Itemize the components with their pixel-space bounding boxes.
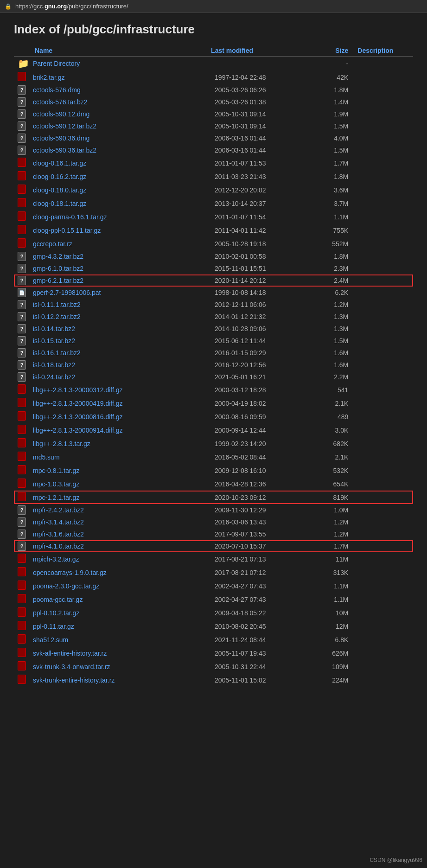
file-name-cell[interactable]: isl-0.12.2.tar.bz2 xyxy=(31,311,207,323)
col-header-description[interactable]: Description xyxy=(352,45,413,57)
file-link[interactable]: svk-trunk-3.4-onward.tar.rz xyxy=(33,663,110,670)
col-header-modified[interactable]: Last modified xyxy=(207,45,314,57)
file-link[interactable]: sha512.sum xyxy=(33,636,68,644)
file-link[interactable]: md5.sum xyxy=(33,453,60,461)
file-name-cell[interactable]: mpfr-3.1.4.tar.bz2 xyxy=(31,516,207,528)
file-name-cell[interactable]: pooma-2.3.0-gcc.tar.gz xyxy=(31,579,207,593)
file-link[interactable]: libg++-2.8.1.3-20000914.diff.gz xyxy=(33,427,123,434)
file-name-cell[interactable]: opencoarrays-1.9.0.tar.gz xyxy=(31,566,207,579)
file-name-cell[interactable]: cloog-0.16.2.tar.gz xyxy=(31,170,207,183)
file-name-cell[interactable]: ppl-0.11.tar.gz xyxy=(31,619,207,633)
file-link[interactable]: libg++-2.8.1.3.tar.gz xyxy=(33,440,90,447)
file-name-cell[interactable]: isl-0.14.tar.bz2 xyxy=(31,323,207,335)
file-name-cell[interactable]: cctools-576.dmg xyxy=(31,84,207,96)
file-name-cell[interactable]: isl-0.11.1.tar.bz2 xyxy=(31,299,207,311)
file-link[interactable]: isl-0.24.tar.bz2 xyxy=(33,373,75,381)
file-name-cell[interactable]: gccrepo.tar.rz xyxy=(31,237,207,250)
file-name-cell[interactable]: gmp-4.3.2.tar.bz2 xyxy=(31,250,207,262)
file-link[interactable]: mpc-1.2.1.tar.gz xyxy=(33,494,79,501)
file-link[interactable]: mpfr-2.4.2.tar.bz2 xyxy=(33,506,84,514)
file-link[interactable]: svk-trunk-entire-history.tar.rz xyxy=(33,677,115,684)
file-name-cell[interactable]: libg++-2.8.1.3-20000816.diff.gz xyxy=(31,410,207,423)
file-link[interactable]: pooma-gcc.tar.gz xyxy=(33,596,83,603)
file-name-cell[interactable]: mpfr-3.1.6.tar.bz2 xyxy=(31,528,207,540)
file-name-cell[interactable]: svk-all-entire-history.tar.rz xyxy=(31,646,207,660)
file-link[interactable]: libg++-2.8.1.3-20000419.diff.gz xyxy=(33,400,123,407)
file-link[interactable]: mpfr-3.1.6.tar.bz2 xyxy=(33,530,84,538)
file-link[interactable]: mpc-1.0.3.tar.gz xyxy=(33,480,79,488)
file-name-cell[interactable]: cloog-parma-0.16.1.tar.gz xyxy=(31,210,207,223)
file-name-cell[interactable]: mpfr-2.4.2.tar.bz2 xyxy=(31,504,207,516)
file-link[interactable]: cctools-576.dmg xyxy=(33,86,81,94)
file-name-cell[interactable]: cloog-0.16.1.tar.gz xyxy=(31,156,207,170)
file-name-cell[interactable]: mpfr-4.1.0.tar.bz2 xyxy=(31,540,207,552)
file-link[interactable]: gmp-4.3.2.tar.bz2 xyxy=(33,253,83,260)
file-link[interactable]: isl-0.16.1.tar.bz2 xyxy=(33,349,81,357)
file-name-cell[interactable]: mpich-3.2.tar.gz xyxy=(31,552,207,566)
file-name-cell[interactable]: cctools-576.tar.bz2 xyxy=(31,96,207,108)
file-name-cell[interactable]: cloog-ppl-0.15.11.tar.gz xyxy=(31,223,207,237)
file-name-cell[interactable]: gmp-6.2.1.tar.bz2 xyxy=(31,274,207,287)
file-name-cell[interactable]: libg++-2.8.1.3-20000419.diff.gz xyxy=(31,396,207,410)
file-link[interactable]: Parent Directory xyxy=(33,60,80,67)
file-link[interactable]: cloog-ppl-0.15.11.tar.gz xyxy=(33,227,101,234)
file-link[interactable]: opencoarrays-1.9.0.tar.gz xyxy=(33,569,107,576)
file-name-cell[interactable]: libg++-2.8.1.3-20000312.diff.gz xyxy=(31,383,207,396)
file-link[interactable]: cloog-0.18.0.tar.gz xyxy=(33,186,86,194)
file-name-cell[interactable]: ppl-0.10.2.tar.gz xyxy=(31,606,207,619)
file-name-cell[interactable]: isl-0.24.tar.bz2 xyxy=(31,371,207,383)
col-header-size[interactable]: Size xyxy=(314,45,352,57)
file-link[interactable]: cctools-590.12.dmg xyxy=(33,110,89,118)
file-link[interactable]: cctools-590.36.tar.bz2 xyxy=(33,147,96,154)
file-name-cell[interactable]: pooma-gcc.tar.gz xyxy=(31,593,207,606)
file-name-cell[interactable]: gmp-6.1.0.tar.bz2 xyxy=(31,262,207,274)
file-name-cell[interactable]: mpc-1.0.3.tar.gz xyxy=(31,477,207,491)
file-link[interactable]: pooma-2.3.0-gcc.tar.gz xyxy=(33,582,99,590)
file-name-cell[interactable]: libg++-2.8.1.3.tar.gz xyxy=(31,437,207,450)
file-name-cell[interactable]: isl-0.16.1.tar.bz2 xyxy=(31,347,207,359)
file-name-cell[interactable]: isl-0.18.tar.bz2 xyxy=(31,359,207,371)
file-name-cell[interactable]: sha512.sum xyxy=(31,633,207,646)
file-link[interactable]: mpich-3.2.tar.gz xyxy=(33,555,79,563)
file-name-cell[interactable]: brik2.tar.gz xyxy=(31,70,207,84)
file-link[interactable]: isl-0.14.tar.bz2 xyxy=(33,325,75,332)
file-link[interactable]: cloog-0.18.1.tar.gz xyxy=(33,200,86,207)
file-link[interactable]: gperf-2.7-19981006.pat xyxy=(33,289,101,296)
file-name-cell[interactable]: svk-trunk-entire-history.tar.rz xyxy=(31,673,207,687)
file-link[interactable]: ppl-0.10.2.tar.gz xyxy=(33,609,79,617)
file-link[interactable]: isl-0.11.1.tar.bz2 xyxy=(33,301,81,308)
file-link[interactable]: isl-0.12.2.tar.bz2 xyxy=(33,313,81,320)
file-link[interactable]: mpfr-4.1.0.tar.bz2 xyxy=(33,542,84,550)
file-link[interactable]: svk-all-entire-history.tar.rz xyxy=(33,650,107,657)
file-name-cell[interactable]: cctools-590.12.dmg xyxy=(31,108,207,120)
file-link[interactable]: cloog-parma-0.16.1.tar.gz xyxy=(33,213,107,221)
file-link[interactable]: isl-0.18.tar.bz2 xyxy=(33,361,75,369)
file-link[interactable]: libg++-2.8.1.3-20000312.diff.gz xyxy=(33,386,123,394)
file-link[interactable]: cloog-0.16.2.tar.gz xyxy=(33,173,86,180)
file-name-cell[interactable]: cctools-590.36.dmg xyxy=(31,132,207,144)
file-name-cell[interactable]: mpc-1.2.1.tar.gz xyxy=(31,491,207,504)
file-name-cell[interactable]: libg++-2.8.1.3-20000914.diff.gz xyxy=(31,423,207,437)
file-name-cell[interactable]: md5.sum xyxy=(31,450,207,464)
file-link[interactable]: libg++-2.8.1.3-20000816.diff.gz xyxy=(33,413,123,421)
file-link[interactable]: isl-0.15.tar.bz2 xyxy=(33,337,75,345)
file-link[interactable]: gccrepo.tar.rz xyxy=(33,240,72,248)
file-name-cell[interactable]: Parent Directory xyxy=(31,57,207,71)
file-link[interactable]: cloog-0.16.1.tar.gz xyxy=(33,160,86,167)
file-name-cell[interactable]: cloog-0.18.0.tar.gz xyxy=(31,183,207,197)
file-name-cell[interactable]: cctools-590.36.tar.bz2 xyxy=(31,144,207,156)
file-link[interactable]: mpfr-3.1.4.tar.bz2 xyxy=(33,518,84,526)
file-link[interactable]: cctools-576.tar.bz2 xyxy=(33,98,88,106)
file-name-cell[interactable]: isl-0.15.tar.bz2 xyxy=(31,335,207,347)
file-link[interactable]: gmp-6.2.1.tar.bz2 xyxy=(33,277,83,284)
col-header-name[interactable]: Name xyxy=(31,45,207,57)
file-link[interactable]: gmp-6.1.0.tar.bz2 xyxy=(33,265,83,272)
file-name-cell[interactable]: svk-trunk-3.4-onward.tar.rz xyxy=(31,660,207,673)
file-name-cell[interactable]: cloog-0.18.1.tar.gz xyxy=(31,197,207,210)
file-name-cell[interactable]: cctools-590.12.tar.bz2 xyxy=(31,120,207,132)
file-name-cell[interactable]: mpc-0.8.1.tar.gz xyxy=(31,464,207,477)
file-link[interactable]: ppl-0.11.tar.gz xyxy=(33,623,74,630)
file-link[interactable]: brik2.tar.gz xyxy=(33,74,64,81)
file-link[interactable]: mpc-0.8.1.tar.gz xyxy=(33,467,79,474)
file-link[interactable]: cctools-590.36.dmg xyxy=(33,134,89,142)
